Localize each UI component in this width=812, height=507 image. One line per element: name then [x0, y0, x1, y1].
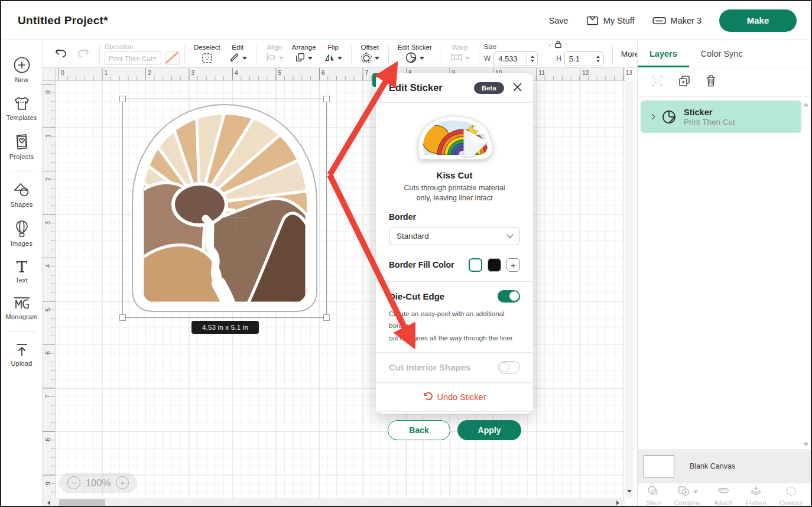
group-button[interactable] — [649, 73, 665, 90]
make-button[interactable]: Make — [719, 9, 797, 32]
delete-button[interactable] — [704, 73, 718, 90]
chevron-down-icon — [337, 57, 342, 60]
size-lock[interactable] — [549, 40, 567, 51]
cut-interior-shapes-toggle[interactable] — [498, 361, 520, 373]
layer-subtitle: Print Then Cut — [684, 118, 735, 126]
my-stuff-button[interactable]: My Stuff — [586, 15, 635, 26]
undo-circular-icon — [423, 391, 433, 403]
lock-bracket — [549, 44, 553, 47]
zoom-in-button[interactable]: + — [116, 476, 129, 489]
resize-handle-bottom-left[interactable] — [119, 314, 126, 321]
panel-scroll-up-icon[interactable] — [803, 103, 809, 106]
paperclip-icon — [716, 485, 730, 498]
size-group: Size W H — [484, 43, 604, 66]
zoom-out-button[interactable]: − — [67, 476, 80, 489]
operation-color-swatch[interactable] — [165, 51, 180, 65]
scrollbar-thumb[interactable] — [59, 499, 105, 506]
combine-button[interactable]: Combine — [674, 485, 700, 506]
edit-button[interactable]: Edit — [225, 43, 251, 66]
canvas-horizontal-scrollbar[interactable] — [43, 498, 625, 507]
warp-button[interactable]: Warp — [446, 43, 474, 66]
sidebar-item-projects[interactable]: Projects — [1, 127, 43, 166]
chevron-down-icon — [242, 57, 247, 60]
arrange-button[interactable]: Arrange — [288, 43, 320, 66]
layer-row-sticker[interactable]: Sticker Print Then Cut — [641, 100, 801, 133]
operation-group: Operation Print Then Cut — [105, 43, 180, 65]
redo-button[interactable] — [72, 46, 95, 63]
align-button[interactable]: Align — [261, 43, 288, 66]
operation-select[interactable]: Print Then Cut — [105, 51, 161, 65]
height-label: H — [556, 54, 561, 63]
flatten-icon-button[interactable]: Flatten — [746, 485, 766, 506]
save-button[interactable]: Save — [549, 16, 569, 25]
sidebar-item-images[interactable]: Images — [1, 214, 43, 253]
add-color-button[interactable]: + — [506, 258, 520, 272]
scroll-right-icon[interactable] — [616, 500, 619, 505]
ruler-number: 3 — [191, 69, 195, 76]
project-card-icon — [14, 133, 30, 151]
ruler-number: 0 — [44, 86, 51, 94]
flip-icon — [324, 52, 335, 64]
sticker-artwork[interactable] — [130, 103, 319, 313]
width-stepper[interactable] — [527, 51, 538, 66]
toolbar-divider — [184, 45, 185, 64]
close-icon[interactable] — [511, 81, 524, 95]
sidebar-item-templates[interactable]: Templates — [1, 89, 43, 127]
height-stepper[interactable] — [593, 51, 604, 66]
lock-bracket — [563, 44, 567, 47]
die-cut-edge-label: Die-Cut Edge — [389, 291, 444, 301]
chevron-down-icon — [279, 57, 284, 60]
edit-label: Edit — [232, 44, 243, 51]
machine-button[interactable]: Maker 3 — [652, 16, 701, 25]
width-input[interactable] — [493, 51, 527, 66]
combine-icon — [677, 485, 691, 498]
left-sidebar: New Templates Projects Shapes Images Tex… — [1, 41, 43, 507]
border-select[interactable]: Standard — [389, 227, 520, 245]
sidebar-item-upload[interactable]: Upload — [1, 336, 43, 373]
slice-button[interactable]: Slice — [647, 485, 661, 506]
sidebar-item-new[interactable]: New — [1, 50, 43, 89]
tab-color-sync[interactable]: Color Sync — [689, 41, 755, 67]
panel-divider — [376, 382, 533, 383]
panel-title: Edit Sticker — [389, 82, 443, 93]
attach-button[interactable]: Attach — [714, 485, 733, 506]
panel-scroll-down-icon[interactable] — [803, 443, 809, 446]
edit-sticker-panel: Edit Sticker Beta — [376, 73, 533, 414]
sidebar-item-monogram[interactable]: Monogram — [1, 290, 43, 326]
offset-button[interactable]: Offset — [356, 43, 384, 66]
contour-button[interactable]: Contour — [779, 485, 804, 506]
deselect-button[interactable]: Deselect — [190, 43, 225, 66]
offset-label: Offset — [360, 44, 378, 51]
balloon-icon — [14, 220, 30, 238]
combine-actions-bar: Slice Combine Attach Flatten Contour — [638, 483, 812, 507]
resize-handle-bottom-right[interactable] — [323, 314, 330, 321]
edit-sticker-button[interactable]: Edit Sticker — [394, 43, 436, 66]
canvas-vertical-scrollbar[interactable] — [625, 81, 634, 498]
scroll-down-icon[interactable] — [627, 490, 632, 493]
tab-layers[interactable]: Layers — [638, 41, 689, 67]
project-title[interactable]: Untitled Project* — [18, 14, 108, 27]
white-color-swatch[interactable] — [469, 258, 482, 272]
resize-handle-top-left[interactable] — [119, 96, 126, 102]
sidebar-item-text[interactable]: Text — [1, 253, 43, 290]
canvas-color-swatch[interactable] — [644, 455, 674, 477]
slice-icon — [647, 485, 660, 498]
die-cut-edge-toggle[interactable] — [498, 290, 520, 303]
sidebar-item-shapes[interactable]: Shapes — [1, 176, 43, 214]
chevron-right-icon[interactable] — [649, 114, 655, 120]
layer-title: Sticker — [684, 107, 735, 118]
black-color-swatch[interactable] — [488, 258, 501, 272]
flip-button[interactable]: Flip — [320, 43, 346, 66]
height-input[interactable] — [564, 51, 593, 66]
ruler-number: 5 — [44, 303, 51, 311]
undo-button[interactable] — [50, 46, 72, 63]
ruler-number: 2 — [44, 173, 51, 181]
undo-sticker-link[interactable]: Undo Sticker — [376, 391, 533, 403]
duplicate-button[interactable] — [677, 73, 692, 90]
back-button[interactable]: Back — [388, 420, 450, 440]
scroll-left-icon[interactable] — [47, 500, 50, 505]
envelope-icon — [586, 15, 599, 26]
machine-icon — [652, 16, 666, 25]
resize-handle-top-right[interactable] — [323, 96, 330, 102]
apply-button[interactable]: Apply — [457, 420, 521, 440]
